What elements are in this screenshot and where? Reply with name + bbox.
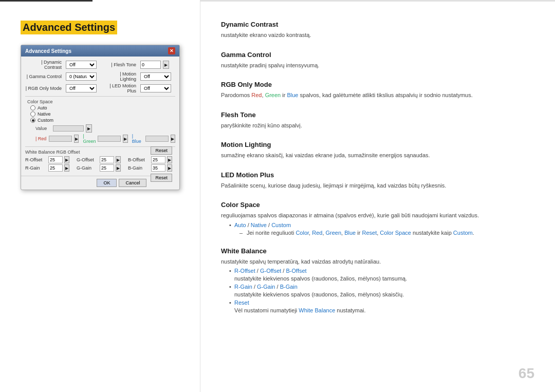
wb-reset-button[interactable]: Reset <box>151 174 172 182</box>
advanced-settings-dialog: Advanced Settings ✕ | Dynamic Contrast O… <box>21 45 180 190</box>
red-cs-link: Red <box>312 230 322 236</box>
r-gain-link: R-Gain <box>234 284 252 290</box>
dynamic-contrast-label: | Dynamic Contrast <box>25 60 64 70</box>
color-value-arrow[interactable]: ▶ <box>86 124 92 133</box>
dynamic-contrast-desc: nustatykite ekrano vaizdo kontrastą. <box>221 31 534 40</box>
g-gain-link: G-Gain <box>257 284 275 290</box>
radio-native-circle <box>30 111 35 117</box>
white-balance-reset-link: White Balance <box>299 307 335 313</box>
color-red-slider[interactable] <box>49 136 72 142</box>
color-space-cs-link: Color Space <box>380 230 411 236</box>
dialog-close-button[interactable]: ✕ <box>168 47 175 54</box>
color-value-slider[interactable] <box>53 125 84 132</box>
led-motion-plus-label: | LED Motion Plus <box>105 83 138 94</box>
color-space-section-label: Color Space <box>27 99 175 104</box>
color-blue-slider[interactable] <box>145 136 169 142</box>
wb-offset-desc: nustatykite kiekvienos spalvos (raudonos… <box>234 275 534 282</box>
color-green-arrow[interactable]: ▶ <box>123 135 127 143</box>
section-color-space: Color Space reguliuojamas spalvos diapaz… <box>221 201 534 236</box>
flesh-tone-input[interactable] <box>140 61 161 69</box>
flesh-tone-arrow[interactable]: ▶ <box>163 61 169 69</box>
wb-bullet-1: R-Offset / G-Offset / B-Offset <box>229 268 534 274</box>
gamma-control-select[interactable]: 0 (Natural) <box>66 72 97 81</box>
cancel-button[interactable]: Cancel <box>119 179 146 187</box>
led-motion-plus-select[interactable]: Off <box>140 84 171 92</box>
radio-native[interactable]: Native <box>30 111 175 117</box>
color-row-rgb: | Red ▶ | Green ▶ | Blue ▶ <box>35 134 175 144</box>
g-gain-label: G-Gain <box>77 165 98 171</box>
color-green-slider[interactable] <box>98 136 121 142</box>
white-balance-heading: White Balance <box>221 247 534 255</box>
g-offset-input[interactable] <box>100 156 114 163</box>
r-gain-arrow[interactable]: ▶ <box>64 164 69 172</box>
dynamic-contrast-select[interactable]: Off <box>66 61 97 69</box>
dialog-title: Advanced Settings <box>25 48 71 54</box>
section-led-motion-plus: LED Motion Plus Pašalinkite scenų, kurio… <box>221 171 534 190</box>
section-gamma-control: Gamma Control nustatykite pradinį spalvų… <box>221 51 534 70</box>
rgb-only-mode-desc: Parodomos Red, Green ir Blue spalvos, ka… <box>221 91 534 100</box>
flesh-tone-heading: Flesh Tone <box>221 111 534 119</box>
color-red-label: | Red <box>35 136 47 141</box>
white-balance-desc: nustatykite spalvų temperatūrą, kad vaiz… <box>221 257 534 266</box>
b-gain-input[interactable] <box>151 164 165 172</box>
gamma-control-desc: nustatykite pradinį spalvų intensyvumą. <box>221 61 534 70</box>
motion-lighting-label: | Motion Lighting <box>105 71 138 82</box>
b-gain-arrow[interactable]: ▶ <box>167 164 172 172</box>
section-dynamic-contrast: Dynamic Contrast nustatykite ekrano vaiz… <box>221 21 534 40</box>
g-gain-arrow[interactable]: ▶ <box>116 164 121 172</box>
green-cs-link: Green <box>326 230 342 236</box>
r-offset-link: R-Offset <box>234 268 255 274</box>
color-green-label: | Green <box>83 134 96 144</box>
red-link: Red <box>251 92 262 98</box>
dialog-row-1: | Dynamic Contrast Off | Flesh Tone ▶ <box>25 60 175 70</box>
rgb-only-mode-heading: RGB Only Mode <box>221 81 534 88</box>
green-link: Green <box>265 92 281 98</box>
ok-button[interactable]: OK <box>97 179 117 187</box>
wb-bullet-2: R-Gain / G-Gain / B-Gain <box>229 284 534 290</box>
color-space-heading: Color Space <box>221 201 534 209</box>
color-space-bullet-1: Auto / Native / Custom <box>229 222 534 228</box>
flesh-tone-desc: paryškinkite rožinį kūno atspalvį. <box>221 121 534 130</box>
color-link: Color <box>295 230 309 236</box>
g-offset-arrow[interactable]: ▶ <box>116 156 121 163</box>
wb-row-2: R-Gain ▶ G-Gain ▶ B-Gain ▶ <box>25 164 175 172</box>
section-rgb-only-mode: RGB Only Mode Parodomos Red, Green ir Bl… <box>221 81 534 100</box>
reset-cs-link: Reset <box>362 230 377 236</box>
color-reset-button[interactable]: Reset <box>151 146 172 155</box>
g-gain-input[interactable] <box>100 164 114 172</box>
native-link: Native <box>251 222 267 228</box>
r-gain-label: R-Gain <box>25 165 47 171</box>
separator-1 <box>25 96 175 97</box>
b-offset-arrow[interactable]: ▶ <box>167 156 172 163</box>
b-offset-link: B-Offset <box>286 268 306 274</box>
b-offset-input[interactable] <box>151 156 165 163</box>
dialog-row-3: | RGB Only Mode Off | LED Motion Plus Of… <box>25 83 175 94</box>
section-title: Advanced Settings <box>21 21 117 34</box>
r-offset-input[interactable] <box>48 156 63 163</box>
rgb-only-mode-select[interactable]: Off <box>66 84 97 92</box>
motion-lighting-desc: sumažinę ekrano skaisčį, kai vaizdas ekr… <box>221 151 534 160</box>
led-motion-plus-desc: Pašalinkite scenų, kuriose daug judesių,… <box>221 181 534 190</box>
r-offset-arrow[interactable]: ▶ <box>64 156 69 163</box>
white-balance-bullets: R-Offset / G-Offset / B-Offset nustatyki… <box>229 268 534 313</box>
radio-custom[interactable]: Custom <box>30 118 175 123</box>
color-red-arrow[interactable]: ▶ <box>74 135 79 143</box>
gamma-control-label: | Gamma Control <box>25 74 64 79</box>
b-offset-label: B-Offset <box>128 157 150 162</box>
radio-auto[interactable]: Auto <box>30 105 175 110</box>
section-white-balance: White Balance nustatykite spalvų tempera… <box>221 247 534 314</box>
color-value-label: Value <box>35 126 51 131</box>
g-offset-link: G-Offset <box>260 268 281 274</box>
motion-lighting-select[interactable]: Off <box>140 72 171 81</box>
radio-auto-circle <box>30 105 35 110</box>
b-gain-label: B-Gain <box>128 165 150 171</box>
dialog-footer: OK Cancel <box>21 176 151 190</box>
section-flesh-tone: Flesh Tone paryškinkite rožinį kūno atsp… <box>221 111 534 130</box>
wb-gain-desc: nustatykite kiekvienos spalvos (raudonos… <box>234 291 534 297</box>
color-blue-arrow[interactable]: ▶ <box>171 135 175 143</box>
dialog-body: | Dynamic Contrast Off | Flesh Tone ▶ | … <box>21 57 179 176</box>
auto-link: Auto <box>234 222 246 228</box>
r-gain-input[interactable] <box>48 164 63 172</box>
color-space-desc: reguliuojamas spalvos diapazonas ir atma… <box>221 211 534 220</box>
top-line <box>200 0 555 2</box>
